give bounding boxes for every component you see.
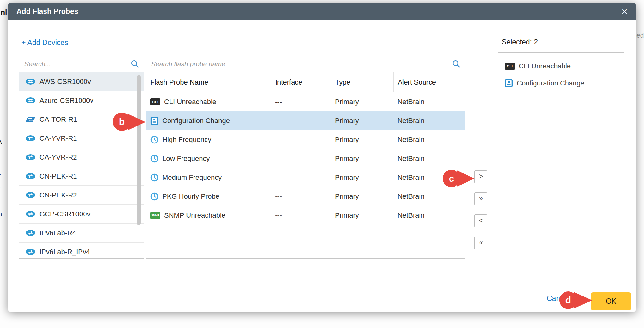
- move-right-button[interactable]: >: [474, 170, 487, 183]
- probe-interface: ---: [271, 173, 331, 182]
- router-icon: [26, 154, 35, 161]
- device-list-item[interactable]: GCP-CSR1000v: [19, 205, 144, 224]
- device-list-item[interactable]: IPv6Lab-R_IPv4: [19, 243, 144, 258]
- add-devices-link[interactable]: + Add Devices: [21, 38, 68, 47]
- device-name: CA-TOR-R1: [39, 115, 77, 124]
- dialog-title: Add Flash Probes: [16, 7, 78, 16]
- clock-icon: [150, 192, 158, 201]
- probe-type: Primary: [331, 155, 393, 163]
- probe-panel: Flash Probe NameInterfaceTypeAlert Sourc…: [146, 56, 465, 259]
- probe-name: Configuration Change: [162, 117, 230, 125]
- move-all-left-button[interactable]: «: [474, 237, 487, 249]
- config-icon: [505, 79, 513, 87]
- column-header[interactable]: Flash Probe Name: [146, 72, 271, 92]
- probe-table-body: CLICLI Unreachable---PrimaryNetBrainConf…: [146, 92, 465, 258]
- device-name: CA-YVR-R2: [39, 153, 77, 161]
- probe-interface: ---: [271, 155, 331, 163]
- background-text-fragment: nl: [1, 8, 7, 17]
- device-name: CN-PEK-R2: [39, 191, 77, 199]
- background-text-fragment: A: [0, 138, 2, 146]
- probe-row[interactable]: Configuration Change---PrimaryNetBrain: [146, 111, 465, 130]
- device-search-input[interactable]: [24, 60, 131, 68]
- probe-type: Primary: [331, 117, 393, 125]
- probe-name-cell: Low Frequency: [146, 155, 271, 163]
- router-icon: [26, 249, 35, 255]
- probe-row[interactable]: High Frequency---PrimaryNetBrain: [146, 130, 465, 149]
- selected-item-name: CLI Unreachable: [519, 62, 571, 70]
- probe-type: Primary: [331, 136, 393, 144]
- probe-name: PKG Hourly Probe: [162, 192, 219, 201]
- clock-icon: [150, 173, 158, 182]
- device-list-item[interactable]: CN-PEK-R1: [19, 167, 144, 186]
- selected-item[interactable]: CLICLI Unreachable: [505, 58, 624, 75]
- probe-name-cell: Medium Frequency: [146, 173, 271, 182]
- search-icon[interactable]: [452, 60, 461, 68]
- probe-type: Primary: [331, 192, 393, 201]
- probe-type: Primary: [331, 211, 393, 220]
- device-name: Azure-CSR1000v: [39, 97, 93, 105]
- probe-alert-source: NetBrain: [393, 192, 465, 201]
- router-icon: [26, 192, 35, 198]
- router-icon: [26, 211, 35, 217]
- probe-name: High Frequency: [162, 136, 211, 144]
- annotation-label-b: b: [113, 113, 131, 131]
- selected-item-name: Configuration Change: [517, 79, 584, 87]
- probe-row[interactable]: CLICLI Unreachable---PrimaryNetBrain: [146, 92, 465, 111]
- probe-row[interactable]: PKG Hourly Probe---PrimaryNetBrain: [146, 187, 465, 206]
- cli-icon: CLI: [505, 63, 515, 70]
- column-header[interactable]: Type: [331, 72, 393, 92]
- annotation-label-d: d: [559, 291, 577, 309]
- probe-name-cell: PKG Hourly Probe: [146, 192, 271, 201]
- probe-alert-source: NetBrain: [393, 211, 465, 220]
- probe-interface: ---: [271, 192, 331, 201]
- device-list-scrollbar[interactable]: [137, 75, 141, 225]
- move-all-right-button[interactable]: »: [474, 192, 487, 205]
- probe-name: CLI Unreachable: [164, 98, 216, 106]
- search-icon[interactable]: [131, 60, 139, 68]
- add-flash-probes-dialog: Add Flash Probes × + Add Devices AWS-CSR…: [8, 3, 636, 312]
- probe-row[interactable]: Medium Frequency---PrimaryNetBrain: [146, 168, 465, 187]
- device-list-item[interactable]: CN-PEK-R2: [19, 186, 144, 205]
- background-text-fragment: m: [0, 210, 2, 218]
- device-list: AWS-CSR1000vAzure-CSR1000vCA-TOR-R1CA-YV…: [19, 72, 144, 258]
- probe-name-cell: SNMPSNMP Unreachable: [146, 211, 271, 220]
- device-list-item[interactable]: CA-YVR-R1: [19, 129, 144, 148]
- background-text-fragment: r: [0, 184, 1, 192]
- probe-interface: ---: [271, 98, 331, 106]
- probe-interface: ---: [271, 117, 331, 125]
- probe-name-cell: High Frequency: [146, 136, 271, 144]
- background-text-fragment: t: [0, 172, 1, 180]
- probe-name: SNMP Unreachable: [164, 211, 225, 220]
- clock-icon: [150, 155, 158, 163]
- move-left-button[interactable]: <: [474, 214, 487, 227]
- device-name: IPv6Lab-R_IPv4: [39, 248, 90, 256]
- selected-item[interactable]: Configuration Change: [505, 75, 624, 92]
- device-name: CN-PEK-R1: [39, 172, 77, 180]
- device-list-item[interactable]: AWS-CSR1000v: [19, 72, 144, 91]
- device-list-item[interactable]: IPv6Lab-R4: [19, 224, 144, 243]
- device-list-item[interactable]: Azure-CSR1000v: [19, 91, 144, 110]
- probe-table-header: Flash Probe NameInterfaceTypeAlert Sourc…: [146, 72, 465, 92]
- switch-icon: [26, 116, 35, 123]
- device-name: IPv6Lab-R4: [39, 229, 76, 237]
- probe-search-input[interactable]: [151, 60, 452, 68]
- probe-name: Low Frequency: [162, 155, 210, 163]
- selected-list: CLICLI UnreachableConfiguration Change: [498, 52, 624, 256]
- dialog-header: Add Flash Probes ×: [8, 3, 636, 20]
- probe-interface: ---: [271, 211, 331, 220]
- probe-interface: ---: [271, 136, 331, 144]
- probe-type: Primary: [331, 98, 393, 106]
- column-header[interactable]: Interface: [271, 72, 331, 92]
- selected-count: Selected: 2: [502, 38, 538, 46]
- probe-row[interactable]: SNMPSNMP Unreachable---PrimaryNetBrain: [146, 206, 465, 225]
- probe-name-cell: CLICLI Unreachable: [146, 98, 271, 106]
- column-header[interactable]: Alert Source: [393, 72, 465, 92]
- probe-type: Primary: [331, 173, 393, 182]
- router-icon: [26, 97, 35, 104]
- snmp-icon: SNMP: [150, 212, 160, 219]
- ok-button[interactable]: OK: [591, 292, 631, 310]
- device-list-item[interactable]: CA-YVR-R2: [19, 148, 144, 167]
- device-panel: AWS-CSR1000vAzure-CSR1000vCA-TOR-R1CA-YV…: [19, 56, 144, 259]
- close-icon[interactable]: ×: [621, 6, 628, 17]
- probe-row[interactable]: Low Frequency---PrimaryNetBrain: [146, 149, 465, 168]
